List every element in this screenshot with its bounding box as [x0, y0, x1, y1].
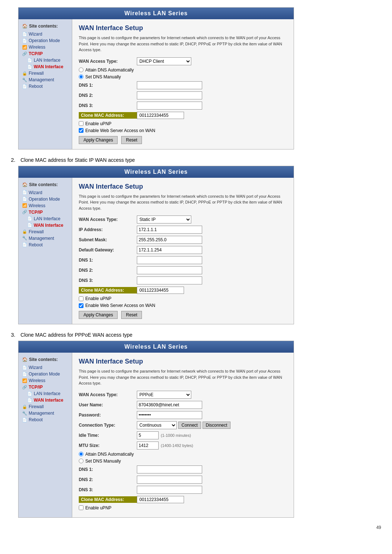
dns-manual-row-1: Set DNS Manually [79, 74, 287, 79]
site-contents-icon-1: 🏠 [22, 24, 28, 29]
sidebar-2-management[interactable]: 🔧 Management [20, 235, 70, 242]
sidebar-3-wizard[interactable]: 📄 Wizard [20, 364, 70, 371]
reset-button-1[interactable]: Reset [121, 136, 142, 144]
panel-1-desc: This page is used to configure the param… [79, 35, 287, 53]
dns-attain-radio-1[interactable] [79, 67, 83, 72]
dns3-input-3[interactable] [137, 486, 202, 494]
disconnect-button-3[interactable]: Disconnect [203, 422, 230, 429]
dns3-input-2[interactable] [137, 276, 202, 284]
sidebar-2-wan[interactable]: 📄 WAN Interface [20, 222, 70, 229]
dns1-input-1[interactable] [137, 81, 202, 89]
wan-access-label-3: WAN Access Type: [79, 392, 137, 397]
connect-button-3[interactable]: Connect [178, 422, 201, 429]
firewall-icon-1: 🔒 [22, 71, 27, 76]
wan-access-select-1[interactable]: DHCP Client Static IP PPPoE PPTP [137, 57, 191, 65]
wireless-icon-1: 📶 [22, 45, 27, 50]
wan-icon-3: 📄 [27, 398, 32, 403]
dns3-label-2: DNS 3: [79, 278, 137, 283]
wan-access-select-2[interactable]: DHCP Client Static IP PPPoE PPTP [137, 216, 191, 223]
lan-icon-2: 📄 [27, 216, 32, 221]
dns3-label-3: DNS 3: [79, 487, 137, 492]
dns2-input-1[interactable] [137, 91, 202, 99]
dns-manual-radio-1[interactable] [79, 74, 83, 79]
sidebar-3-wireless[interactable]: 📶 Wireless [20, 377, 70, 384]
idle-input-3[interactable] [137, 431, 159, 439]
upnp-checkbox-1[interactable] [79, 121, 83, 126]
upnp-label-2: Enable uPNP [85, 296, 111, 301]
sidebar-2-operation[interactable]: 📄 Operation Mode [20, 196, 70, 202]
wan-access-select-3[interactable]: DHCP Client Static IP PPPoE PPTP [137, 391, 191, 399]
apply-button-1[interactable]: Apply Changes [79, 136, 118, 144]
dns1-input-3[interactable] [137, 465, 202, 473]
sidebar-3-firewall[interactable]: 🔒 Firewall [20, 403, 70, 410]
upnp-checkbox-2[interactable] [79, 296, 83, 301]
username-row-3: User Name: [79, 401, 287, 409]
wan-access-row-1: WAN Access Type: DHCP Client Static IP P… [79, 57, 287, 65]
sidebar-2-tcpip[interactable]: 🔗 TCP/IP [20, 209, 70, 216]
dns-manual-radio-3[interactable] [79, 459, 83, 463]
site-contents-icon-3: 🏠 [22, 357, 28, 362]
dns3-input-1[interactable] [137, 102, 202, 110]
dns2-input-2[interactable] [137, 266, 202, 274]
sidebar-1-lan[interactable]: 📄 LAN Interface [20, 57, 70, 63]
clone-mac-row-2: Clone MAC Address: 001122334455 [79, 287, 287, 294]
reset-button-2[interactable]: Reset [121, 311, 142, 319]
webaccess-label-2: Enable Web Server Access on WAN [85, 303, 155, 308]
section-2-text: Clone MAC address for Static IP WAN acce… [21, 157, 135, 163]
panel-3: Wireless LAN Series 🏠 Site contents: 📄 W… [18, 341, 294, 518]
username-input-3[interactable] [137, 401, 202, 409]
sidebar-2-reboot[interactable]: 📄 Reboot [20, 242, 70, 248]
panel-1-sidebar: 🏠 Site contents: 📄 Wizard 📄 Operation Mo… [19, 19, 72, 149]
firewall-icon-2: 🔒 [22, 229, 27, 234]
sidebar-2-firewall[interactable]: 🔒 Firewall [20, 229, 70, 235]
sidebar-1-reboot[interactable]: 📄 Reboot [20, 83, 70, 90]
section-1: Wireless LAN Series 🏠 Site contents: 📄 W… [11, 7, 381, 149]
sidebar-1-management[interactable]: 🔧 Management [20, 77, 70, 83]
subnet-row-2: Subnet Mask: [79, 236, 287, 244]
mtu-input-3[interactable] [137, 442, 159, 450]
webaccess-checkbox-2[interactable] [79, 303, 83, 308]
dns1-label-2: DNS 1: [79, 258, 137, 263]
ip-input-2[interactable] [137, 226, 202, 234]
dns1-row-1: DNS 1: [79, 81, 287, 89]
sidebar-1-tcpip[interactable]: 🔗 TCP/IP [20, 50, 70, 57]
upnp-checkbox-3[interactable] [79, 505, 83, 510]
sidebar-3-reboot[interactable]: 📄 Reboot [20, 416, 70, 423]
dns1-input-2[interactable] [137, 256, 202, 264]
clone-mac-value-2: 001122334455 [137, 287, 184, 294]
sidebar-3-tcpip[interactable]: 🔗 TCP/IP [20, 384, 70, 390]
dns-attain-radio-3[interactable] [79, 452, 83, 456]
apply-button-2[interactable]: Apply Changes [79, 311, 118, 319]
sidebar-1-wizard[interactable]: 📄 Wizard [20, 31, 70, 37]
subnet-input-2[interactable] [137, 236, 202, 244]
sidebar-3-lan[interactable]: 📄 LAN Interface [20, 390, 70, 397]
sidebar-3-wan[interactable]: 📄 WAN Interface [20, 397, 70, 403]
wizard-icon-2: 📄 [22, 190, 27, 195]
idle-label-3: Idle Time: [79, 433, 137, 438]
sidebar-2-wizard[interactable]: 📄 Wizard [20, 189, 70, 196]
sidebar-3-operation[interactable]: 📄 Operation Mode [20, 371, 70, 377]
sidebar-1-wireless[interactable]: 📶 Wireless [20, 44, 70, 50]
sidebar-2-title: 🏠 Site contents: [20, 181, 70, 189]
sidebar-1-firewall[interactable]: 🔒 Firewall [20, 70, 70, 77]
panel-1-title: WAN Interface Setup [79, 24, 287, 32]
lan-icon-3: 📄 [27, 391, 32, 396]
webaccess-checkbox-1[interactable] [79, 128, 83, 133]
dns2-label-3: DNS 2: [79, 477, 137, 482]
panel-2-desc: This page is used to configure the param… [79, 193, 287, 212]
gateway-input-2[interactable] [137, 246, 202, 254]
dns2-input-3[interactable] [137, 476, 202, 484]
sidebar-2-wireless[interactable]: 📶 Wireless [20, 202, 70, 209]
password-input-3[interactable] [137, 411, 202, 419]
reboot-icon-2: 📄 [22, 242, 27, 247]
wizard-icon-1: 📄 [22, 32, 27, 37]
panel-3-desc: This page is used to configure the param… [79, 368, 287, 386]
sidebar-2-lan[interactable]: 📄 LAN Interface [20, 216, 70, 222]
wan-access-row-3: WAN Access Type: DHCP Client Static IP P… [79, 391, 287, 399]
conn-type-select-3[interactable]: Continuous Connect On Demand Manual [137, 421, 177, 429]
sidebar-3-management[interactable]: 🔧 Management [20, 410, 70, 416]
webaccess-label-1: Enable Web Server Access on WAN [85, 128, 155, 133]
sidebar-1-wan[interactable]: 📄 WAN Interface [20, 63, 70, 70]
panel-2-body: 🏠 Site contents: 📄 Wizard 📄 Operation Mo… [19, 178, 294, 324]
sidebar-1-operation[interactable]: 📄 Operation Mode [20, 37, 70, 44]
